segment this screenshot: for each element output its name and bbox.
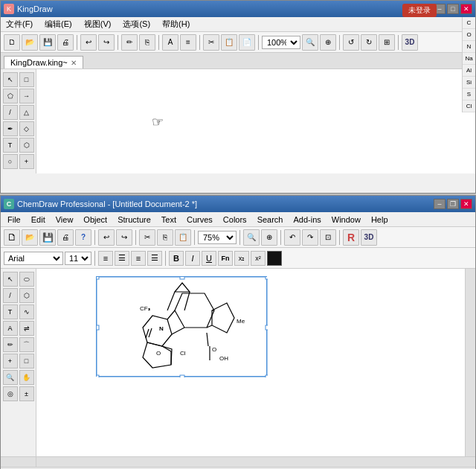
king-pen-tool[interactable]: ✒ bbox=[3, 121, 18, 136]
chem-tb-fwd[interactable]: ↷ bbox=[302, 229, 318, 246]
chem-tb-fit[interactable]: ⊡ bbox=[320, 229, 336, 246]
chem-tb-zoom-norm[interactable]: 🔍 bbox=[243, 229, 260, 246]
chem-menu-search[interactable]: Search bbox=[255, 214, 286, 225]
king-select-tool[interactable]: ↖ bbox=[3, 72, 18, 87]
chem-menu-addins[interactable]: Add-ins bbox=[291, 214, 323, 225]
chem-scrollbar-horizontal[interactable] bbox=[36, 457, 475, 467]
chem-ring-tool[interactable]: ⬡ bbox=[19, 288, 34, 303]
tb-undo-btn[interactable]: ↩ bbox=[80, 34, 97, 51]
king-cycle-tool[interactable]: ○ bbox=[3, 154, 18, 169]
king-pentagon-tool[interactable]: ⬠ bbox=[3, 89, 18, 103]
chem-tb-3d2[interactable]: 3D bbox=[361, 229, 377, 246]
king-element-Al[interactable]: Al bbox=[463, 65, 475, 77]
chem-tb-undo[interactable]: ↩ bbox=[98, 229, 115, 246]
king-rect-tool[interactable]: □ bbox=[19, 72, 34, 87]
chem-bond-tool[interactable]: / bbox=[3, 288, 18, 303]
chem-tb-new[interactable]: 🗋 bbox=[4, 229, 20, 246]
chem-close-btn[interactable]: ✕ bbox=[460, 199, 472, 209]
chem-subscript-btn[interactable]: x₂ bbox=[234, 251, 249, 266]
chem-align-right-btn[interactable]: ≡ bbox=[131, 251, 146, 266]
chem-menu-edit[interactable]: Edit bbox=[29, 214, 48, 225]
tb-open-btn[interactable]: 📂 bbox=[22, 34, 38, 51]
tb-zoom-find-btn[interactable]: 🔍 bbox=[302, 34, 318, 51]
king-element-O[interactable]: O bbox=[463, 29, 475, 41]
tb-rot-r-btn[interactable]: ↻ bbox=[361, 34, 377, 51]
chem-scrollbar-vertical[interactable] bbox=[465, 269, 475, 456]
chem-tb-back[interactable]: ↶ bbox=[284, 229, 300, 246]
king-menu-options[interactable]: 选项(S) bbox=[120, 18, 152, 31]
chem-menu-curves[interactable]: Curves bbox=[184, 214, 215, 225]
chem-rect2-tool[interactable]: □ bbox=[19, 354, 34, 368]
chem-pen2-tool[interactable]: ✏ bbox=[3, 337, 18, 352]
chem-align-justify-btn[interactable]: ☰ bbox=[147, 251, 162, 266]
chem-menu-text[interactable]: Text bbox=[159, 214, 178, 225]
king-menu-edit[interactable]: 编辑(E) bbox=[42, 18, 74, 31]
king-maximize-btn[interactable]: □ bbox=[447, 4, 459, 14]
chem-sub-label-btn[interactable]: Fn bbox=[218, 251, 233, 266]
tb-print-btn[interactable]: 🖨 bbox=[57, 34, 74, 51]
chem-hand-tool[interactable]: ✋ bbox=[19, 370, 34, 385]
king-tab-close-btn[interactable]: ✕ bbox=[71, 59, 77, 67]
king-zoom-select[interactable]: 100%75%50% bbox=[262, 36, 300, 49]
chem-menu-window[interactable]: Window bbox=[329, 214, 363, 225]
tb-fit-btn[interactable]: ⊞ bbox=[379, 34, 395, 51]
chem-color-btn[interactable] bbox=[267, 251, 282, 266]
chem-align-center-btn[interactable]: ☰ bbox=[115, 251, 129, 266]
tb-3d-btn[interactable]: 3D bbox=[402, 34, 418, 51]
tb-paste2-btn[interactable]: 📄 bbox=[239, 34, 255, 51]
tb-paste1-btn[interactable]: 📋 bbox=[221, 34, 237, 51]
king-text-tool[interactable]: T bbox=[3, 138, 18, 153]
chem-tb-print[interactable]: 🖨 bbox=[57, 229, 74, 246]
king-triangle-tool[interactable]: △ bbox=[19, 105, 34, 120]
king-element-S[interactable]: S bbox=[463, 89, 475, 100]
king-bond-tool[interactable]: / bbox=[3, 105, 18, 120]
chem-chain-tool[interactable]: ∿ bbox=[19, 304, 34, 319]
king-tab-main[interactable]: KingDraw.king~ ✕ bbox=[4, 56, 83, 68]
chem-tb-help[interactable]: ? bbox=[75, 229, 91, 246]
chem-menu-file[interactable]: File bbox=[5, 214, 23, 225]
king-menu-view[interactable]: 视图(V) bbox=[82, 18, 114, 31]
king-reg-button[interactable]: 未登录 bbox=[402, 4, 437, 17]
chem-font-select[interactable]: ArialTimes New RomanHelvetica bbox=[4, 252, 63, 265]
chem-menu-object[interactable]: Object bbox=[81, 214, 109, 225]
chem-curve-tool[interactable]: ⌒ bbox=[19, 337, 34, 352]
chem-minimize-btn[interactable]: – bbox=[434, 199, 446, 209]
chem-tb-open[interactable]: 📂 bbox=[22, 229, 38, 246]
chem-orb-tool[interactable]: ◎ bbox=[3, 386, 18, 401]
tb-clean-btn[interactable]: ≡ bbox=[180, 34, 196, 51]
chem-lasso-tool[interactable]: ⬭ bbox=[19, 272, 34, 287]
tb-cut-btn[interactable]: ✂ bbox=[203, 34, 219, 51]
chem-menu-structure[interactable]: Structure bbox=[115, 214, 153, 225]
king-element-Na[interactable]: Na bbox=[463, 53, 475, 65]
chem-plus2-tool[interactable]: + bbox=[3, 354, 18, 368]
chem-menu-view[interactable]: View bbox=[54, 214, 76, 225]
tb-redo-btn[interactable]: ↪ bbox=[98, 34, 115, 51]
tb-save-btn[interactable]: 💾 bbox=[39, 34, 56, 51]
chem-menu-help[interactable]: Help bbox=[369, 214, 390, 225]
chem-arrow2-tool[interactable]: ⇌ bbox=[19, 321, 34, 336]
chem-superscript-btn[interactable]: x² bbox=[251, 251, 266, 266]
chem-bold-btn[interactable]: B bbox=[169, 251, 184, 266]
chem-italic-btn[interactable]: I bbox=[185, 251, 200, 266]
chem-tb-cut[interactable]: ✂ bbox=[139, 229, 155, 246]
chem-tb-zoom-in[interactable]: ⊕ bbox=[261, 229, 277, 246]
tb-copy-btn[interactable]: ⎘ bbox=[139, 34, 155, 51]
tb-text-btn[interactable]: A bbox=[162, 34, 178, 51]
chem-tb-copy[interactable]: ⎘ bbox=[157, 229, 173, 246]
chem-atom-tool[interactable]: A bbox=[3, 321, 18, 336]
chem-zoom-select[interactable]: 75%100%50% bbox=[198, 231, 237, 244]
tb-zoom-in-btn[interactable]: ⊕ bbox=[320, 34, 336, 51]
king-menu-help[interactable]: 帮助(H) bbox=[160, 18, 192, 31]
king-element-C[interactable]: C bbox=[463, 17, 475, 29]
chem-tb-paste[interactable]: 📋 bbox=[175, 229, 191, 246]
king-arrow-tool[interactable]: → bbox=[19, 89, 34, 103]
tb-new-btn[interactable]: 🗋 bbox=[4, 34, 20, 51]
king-close-btn[interactable]: ✕ bbox=[460, 4, 472, 14]
king-element-Cl[interactable]: Cl bbox=[463, 100, 475, 112]
chem-underline-btn[interactable]: U bbox=[202, 251, 216, 266]
chem-text-tool[interactable]: T bbox=[3, 304, 18, 319]
chem-size-select[interactable]: 11121410 bbox=[65, 252, 91, 265]
chem-tb-3d[interactable]: R bbox=[343, 229, 359, 246]
chem-charge-tool[interactable]: ± bbox=[19, 386, 34, 401]
tb-rot-l-btn[interactable]: ↺ bbox=[343, 34, 359, 51]
